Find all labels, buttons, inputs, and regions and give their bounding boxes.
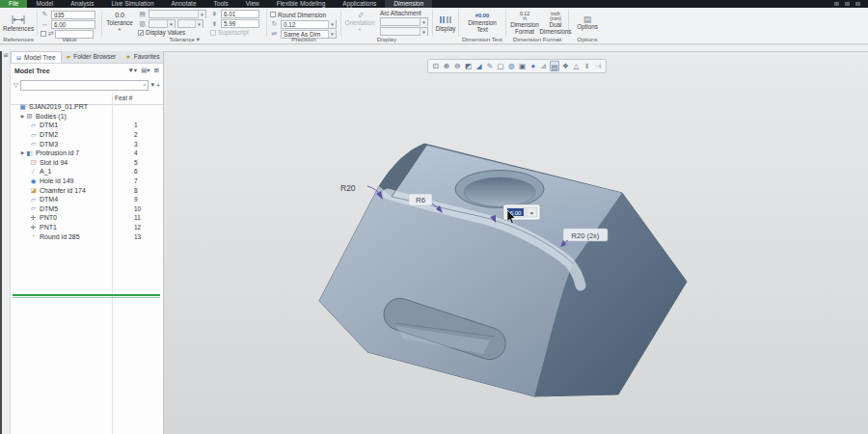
dim-value-field[interactable] [51, 20, 95, 29]
arc-attachment-select-2[interactable]: ▾ [380, 27, 428, 36]
named-views-icon[interactable]: ▢ [496, 61, 505, 71]
tolerance-table-icon: ▤ [138, 11, 147, 18]
graphics-viewport[interactable]: R20 R6 R20 (2x) [164, 51, 868, 434]
tab-live-simulation[interactable]: Live Simulation [102, 0, 162, 8]
group-label-display: Display [341, 36, 432, 42]
round-dimension-checkbox[interactable] [270, 12, 276, 17]
tree-insertion-indicator[interactable] [13, 294, 160, 296]
dim-name-icon: ✎ [41, 11, 49, 18]
titlebar-icons [834, 0, 868, 8]
lower-tolerance-field[interactable] [221, 19, 259, 28]
display-toggle-button[interactable]: Display [436, 10, 455, 37]
zoom-out-icon[interactable]: ⊖ [452, 61, 462, 71]
point-icon: ✛ [29, 214, 38, 222]
pause-icon[interactable]: ‖ [583, 61, 592, 71]
part-model[interactable] [319, 144, 687, 396]
orientation-button[interactable]: ⇕ Orientation ▾ [344, 10, 375, 37]
dual-dimensions-button[interactable]: inch (mm) Dual Dimensions [540, 10, 571, 37]
tree-item-pnt0[interactable]: ✛ PNT0 11 [11, 213, 163, 223]
references-button[interactable]: References [3, 10, 34, 37]
capture-icon[interactable]: ▣ [518, 61, 528, 71]
tree-item-slot[interactable]: ◳ Slot id 94 5 [11, 158, 163, 168]
axis-icon: ∕ [29, 168, 38, 176]
tab-flexible-modeling[interactable]: Flexible Modeling [268, 0, 335, 8]
tab-file[interactable]: File [0, 0, 27, 8]
display-values-checkbox[interactable]: ✓ [138, 30, 144, 36]
tab-analysis[interactable]: Analysis [62, 0, 102, 8]
tree-item-pnt1[interactable]: ✛ PNT1 12 [11, 223, 163, 232]
tab-dimension[interactable]: Dimension [385, 0, 432, 8]
point-icon: ✛ [29, 224, 38, 231]
dimension-format-button[interactable]: 0.12 ⅝ Dimension Format [509, 10, 540, 37]
superscript-label: Superscript [218, 29, 249, 36]
star-icon: ★ [125, 51, 130, 63]
options-icon: ▤ [583, 16, 592, 23]
zoom-in-icon[interactable]: ⊕ [442, 61, 451, 71]
shade-icon[interactable]: ◢ [475, 61, 484, 71]
display-style-icon[interactable]: ● [529, 61, 538, 71]
tab-folder-browser[interactable]: ▰ Folder Browser [62, 51, 122, 63]
tree-item-dtm2[interactable]: ▱ DTM2 2 [11, 130, 163, 140]
ribbon-group-options: ▤ Options Options [569, 8, 606, 43]
options-button[interactable]: ▤ Options [572, 10, 603, 37]
titlebar-icon[interactable] [855, 2, 860, 6]
tree-item-dtm4[interactable]: ▱ DTM4 9 [11, 195, 163, 204]
annotation-display-icon[interactable]: ▤ [550, 61, 559, 71]
repaint-icon[interactable]: ◩ [464, 61, 474, 71]
tree-item-hole[interactable]: ◉ Hole id 149 7 [11, 176, 163, 186]
tolerance-button[interactable]: 0.0 Tolerance ▾ [105, 10, 134, 37]
ribbon-group-display-toggle: Display [433, 8, 458, 43]
tree-filters-icon[interactable]: ▼▾ [127, 67, 137, 74]
refit-icon[interactable]: ⊡ [431, 61, 441, 71]
decimal-places-select[interactable]: 0.12▾ [281, 20, 337, 29]
references-icon [11, 14, 26, 25]
tab-tools[interactable]: Tools [205, 0, 237, 8]
dimension-text-icon: #0.00 [475, 13, 490, 19]
tolerance-grade-select[interactable]: ▾ [177, 19, 203, 28]
tree-settings-icon[interactable]: ⊞ [154, 67, 159, 74]
view-manager-icon[interactable]: ◍ [506, 61, 516, 71]
tolerance-type-select[interactable]: ▾ [149, 10, 206, 18]
tab-annotate[interactable]: Annotate [163, 0, 205, 8]
exit-icon[interactable]: ⊣ [593, 61, 603, 71]
dim-name-field[interactable] [51, 11, 95, 19]
tree-item-dtm5[interactable]: ▱ DTM5 10 [11, 204, 163, 214]
spin-center-icon[interactable]: ❖ [560, 61, 570, 71]
references-label: References [3, 26, 34, 33]
datum-display-icon[interactable]: ⊿ [539, 61, 549, 71]
tab-model-tree[interactable]: ⊟ Model Tree [11, 51, 62, 63]
upper-tolerance-field[interactable] [221, 10, 259, 18]
arc-attachment-select-1[interactable]: ▾ [380, 17, 428, 26]
tree-item-dtm3[interactable]: ▱ DTM3 3 [11, 139, 163, 149]
tree-columns-icon[interactable]: ▤▾ [141, 67, 149, 74]
tree-item-bodies[interactable]: ▶▧ Bodies (1) [11, 112, 163, 122]
group-label-tolerance: Tolerance ▾ [102, 36, 266, 42]
tree-item-axis[interactable]: ∕ A_1 6 [11, 167, 163, 176]
tree-item-chamfer[interactable]: ◪ Chamfer id 174 8 [11, 185, 163, 195]
perspective-icon[interactable]: △ [571, 61, 581, 71]
tree-item-protrusion[interactable]: ▶◧ Protrusion id 7 4 [11, 149, 163, 158]
titlebar-icon[interactable] [834, 2, 839, 6]
tab-model[interactable]: Model [27, 0, 62, 8]
titlebar-icon[interactable] [845, 2, 850, 6]
tree-search-input[interactable] [21, 81, 143, 90]
tree-item-dtm1[interactable]: ▱ DTM1 1 [11, 121, 163, 130]
search-add-icon[interactable]: + [156, 82, 160, 89]
tolerance-class-icon: ▥ [138, 20, 147, 28]
tab-applications[interactable]: Applications [334, 0, 385, 8]
search-dropdown-icon[interactable]: ▾ [150, 81, 154, 89]
sketch-icon[interactable]: ✎ [485, 61, 495, 71]
tolerance-class-select[interactable]: ▾ [149, 19, 176, 28]
menu-bar: File Model Analysis Live Simulation Anno… [0, 0, 868, 8]
tree-item-round[interactable]: ◔ Round id 285 13 [11, 231, 163, 241]
tab-favorites[interactable]: ★ Favorites [121, 51, 164, 63]
superscript-checkbox[interactable] [210, 30, 216, 36]
navigator-toggle-icon[interactable]: ⊞ [3, 52, 8, 58]
model-tree-header: Model Tree ▼▾ ▤▾ ⊞ [11, 64, 163, 77]
ribbon-group-tolerance: 0.0 Tolerance ▾ ▤ ▾ ▥ ▾ ▾ ✓ Display Valu… [102, 8, 266, 43]
tab-view[interactable]: View [237, 0, 268, 8]
feat-column-header[interactable]: Feat # [115, 95, 132, 101]
clear-search-icon[interactable]: × [143, 82, 149, 88]
dimension-text-button[interactable]: #0.00 Dimension Text [462, 10, 502, 37]
tree-item-part[interactable]: ▦ SJAN2019_01.PRT [11, 102, 163, 112]
